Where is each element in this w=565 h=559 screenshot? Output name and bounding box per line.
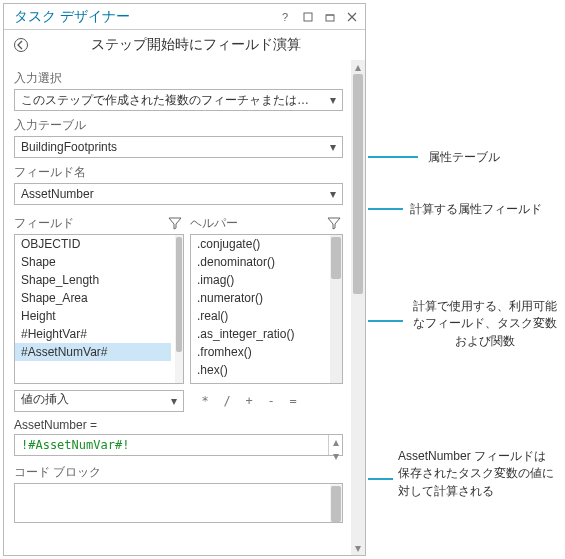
step-title: ステップ開始時にフィールド演算 (32, 36, 359, 54)
chevron-down-icon: ▾ (165, 391, 183, 411)
filter-helpers-icon[interactable] (327, 216, 343, 232)
svg-text:?: ? (282, 11, 288, 23)
code-block-input[interactable] (14, 483, 343, 523)
operator-button[interactable]: = (285, 394, 301, 408)
chevron-down-icon: ▾ (324, 93, 342, 107)
list-item[interactable]: #HeightVar# (15, 325, 171, 343)
lists-header: フィールド ヘルパー (14, 215, 343, 232)
undock-button[interactable] (299, 8, 317, 26)
window-button[interactable] (321, 8, 339, 26)
insert-value-combo[interactable]: 値の挿入 ▾ (14, 390, 184, 412)
list-item[interactable]: #AssetNumVar# (15, 343, 171, 361)
expression-value: !#AssetNumVar#! (15, 438, 328, 452)
chevron-up-icon: ▴ (351, 60, 365, 74)
spinner[interactable]: ▴ ▾ (328, 435, 342, 455)
list-item[interactable]: Height (15, 307, 171, 325)
scrollbar[interactable] (330, 484, 342, 522)
annotation: 計算で使用する、利用可能なフィールド、タスク変数および関数 (368, 298, 565, 358)
expression-input[interactable]: !#AssetNumVar#! ▴ ▾ (14, 434, 343, 456)
help-button[interactable]: ? (277, 8, 295, 26)
list-item[interactable]: .fromhex() (191, 343, 330, 361)
operator-button[interactable]: * (197, 394, 213, 408)
list-item[interactable]: .real() (191, 307, 330, 325)
task-designer-panel: タスク デザイナー ? ステップ開始時にフィールド演算 (3, 3, 366, 556)
list-item[interactable]: Shape_Area (15, 289, 171, 307)
list-item[interactable]: .numerator() (191, 289, 330, 307)
svg-point-6 (15, 39, 28, 52)
svg-rect-1 (304, 13, 312, 21)
expression-label: AssetNumber = (14, 418, 343, 432)
input-table-label: 入力テーブル (14, 117, 343, 134)
list-item[interactable]: .denominator() (191, 253, 330, 271)
subtitle-row: ステップ開始時にフィールド演算 (4, 30, 365, 60)
list-item[interactable]: .as_integer_ratio() (191, 325, 330, 343)
back-button[interactable] (10, 34, 32, 56)
input-selection-value: このステップで作成された複数のフィーチャまたはレコード (15, 92, 324, 109)
scrollbar[interactable] (330, 235, 342, 383)
form-scroll-area: 入力選択 このステップで作成された複数のフィーチャまたはレコード ▾ 入力テーブ… (4, 60, 365, 555)
chevron-up-icon: ▴ (329, 435, 342, 449)
operator-button[interactable]: / (219, 394, 235, 408)
lists-row: OBJECTIDShapeShape_LengthShape_AreaHeigh… (14, 234, 343, 384)
list-item[interactable]: .conjugate() (191, 235, 330, 253)
input-table-combo[interactable]: BuildingFootprints ▾ (14, 136, 343, 158)
chevron-down-icon: ▾ (329, 449, 342, 463)
list-item[interactable]: .imag() (191, 271, 330, 289)
chevron-down-icon: ▾ (324, 140, 342, 154)
scrollbar-thumb[interactable] (353, 74, 363, 294)
list-item[interactable]: .hex() (191, 361, 330, 379)
close-button[interactable] (343, 8, 361, 26)
chevron-down-icon: ▾ (324, 187, 342, 201)
filter-fields-icon[interactable] (168, 216, 184, 232)
scrollbar[interactable] (175, 235, 183, 383)
helpers-label: ヘルパー (190, 215, 323, 232)
helpers-listbox[interactable]: .conjugate().denominator().imag().numera… (190, 234, 343, 384)
list-item[interactable]: OBJECTID (15, 235, 171, 253)
operator-button[interactable]: - (263, 394, 279, 408)
input-table-value: BuildingFootprints (15, 140, 324, 154)
fields-listbox[interactable]: OBJECTIDShapeShape_LengthShape_AreaHeigh… (14, 234, 184, 384)
insert-value-label: 値の挿入 (15, 391, 165, 411)
panel-title: タスク デザイナー (14, 8, 273, 26)
operator-button[interactable]: + (241, 394, 257, 408)
list-item[interactable]: Shape_Length (15, 271, 171, 289)
code-block-label: コード ブロック (14, 464, 343, 481)
field-name-value: AssetNumber (15, 187, 324, 201)
annotation: 計算する属性フィールド (368, 204, 565, 224)
list-item[interactable]: Shape (15, 253, 171, 271)
operators-row: */+-= (194, 394, 304, 408)
chevron-down-icon: ▾ (351, 541, 365, 555)
insert-row: 値の挿入 ▾ */+-= (14, 390, 343, 412)
field-name-label: フィールド名 (14, 164, 343, 181)
field-name-combo[interactable]: AssetNumber ▾ (14, 183, 343, 205)
input-selection-combo[interactable]: このステップで作成された複数のフィーチャまたはレコード ▾ (14, 89, 343, 111)
titlebar: タスク デザイナー ? (4, 4, 365, 30)
annotation: AssetNumber フィールドは保存されたタスク変数の値に対して計算される (368, 448, 565, 508)
input-selection-label: 入力選択 (14, 70, 343, 87)
svg-rect-2 (326, 15, 334, 21)
fields-label: フィールド (14, 215, 164, 232)
panel-scrollbar[interactable]: ▴ ▾ (351, 60, 365, 555)
annotation: 属性テーブル (368, 152, 558, 172)
